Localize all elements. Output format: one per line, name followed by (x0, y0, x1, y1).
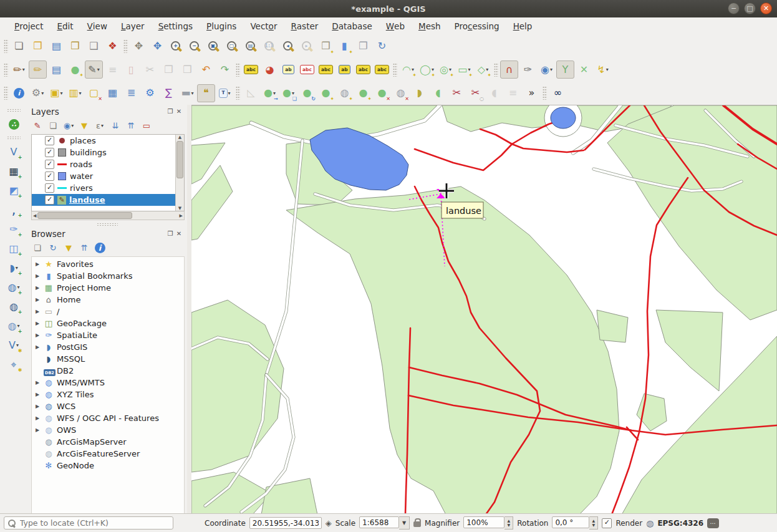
close-button[interactable]: ✕ (760, 2, 772, 14)
browser-item-arcgis-feature-server[interactable]: ◍ArcGisFeatureServer (32, 448, 184, 460)
browser-item-bookmark[interactable]: ▶▮Spatial Bookmarks (32, 270, 184, 282)
browser-item-db2[interactable]: DB2DB2 (32, 365, 184, 377)
maximize-button[interactable]: □ (744, 2, 756, 14)
messages-icon[interactable]: ⋯ (707, 518, 719, 528)
map-canvas[interactable]: landuse (191, 105, 777, 514)
menu-item-mesh[interactable]: Mesh (412, 17, 448, 34)
render-checkbox[interactable]: ✓ (602, 518, 612, 528)
browser-item-star[interactable]: ▶★Favorites (32, 258, 184, 270)
browser-item-spatialite[interactable]: ▶✑SpatiaLite (32, 329, 184, 341)
browser-item-wfs[interactable]: ▶◍WFS / OGC API - Features (32, 412, 184, 424)
filter-legend-button[interactable]: ▼ (77, 119, 91, 133)
menu-item-view[interactable]: View (80, 17, 114, 34)
add-rectangle-button[interactable]: ▭✦▾ (455, 60, 473, 79)
split-features-button[interactable]: ✂ (448, 84, 466, 102)
menu-item-edit[interactable]: Edit (50, 17, 80, 34)
expander-icon[interactable]: ▶ (34, 297, 41, 302)
scrollbar-thumb[interactable] (37, 212, 132, 219)
move-feature-button[interactable]: ●→▾ (261, 84, 279, 102)
expander-icon[interactable]: ▶ (34, 285, 41, 291)
split-parts-button[interactable]: ✂◌ (466, 84, 485, 102)
snap-on-intersection-button[interactable]: ✕ (575, 60, 593, 79)
delete-ring-button[interactable]: ●✕ (373, 84, 391, 102)
zoom-to-layer-button[interactable]: ▤ (242, 37, 260, 56)
browser-item-arcgis-map-server[interactable]: ◍ArcGisMapServer (32, 436, 184, 448)
remove-layer-button[interactable]: ▭ (140, 119, 153, 133)
save-layer-edits-button[interactable]: ▤ (47, 60, 65, 79)
layers-panel-float-icon[interactable]: ❐ (166, 108, 175, 115)
toolbar-overflow-button[interactable]: » (523, 84, 541, 102)
lock-scale-icon[interactable] (413, 521, 421, 527)
menu-item-help[interactable]: Help (506, 17, 539, 34)
layer-checkbox[interactable]: ✓ (45, 172, 54, 181)
layers-horizontal-scrollbar[interactable]: ◀ ▶ (31, 211, 185, 220)
browser-item-home-folder[interactable]: ▶⌂Home (32, 294, 184, 306)
new-gpx-layer-button[interactable]: ⌖✱ (5, 355, 23, 374)
zoom-out-button[interactable]: − (186, 37, 204, 56)
locator-input[interactable] (19, 518, 170, 528)
expander-icon[interactable]: ▶ (34, 380, 41, 385)
simplify-feature-button[interactable]: ●✦ (317, 84, 335, 102)
locator-box[interactable] (4, 516, 173, 530)
layer-checkbox[interactable]: ✓ (45, 136, 54, 145)
browser-panel-float-icon[interactable]: ❐ (166, 230, 175, 237)
move-label-button[interactable]: ab (335, 60, 354, 79)
collapse-all-button[interactable]: ⇈ (124, 119, 138, 133)
zoom-to-selection-button[interactable]: ▢ (223, 37, 241, 56)
expander-icon[interactable]: ▶ (34, 309, 41, 314)
scale-input[interactable] (359, 516, 399, 528)
map-tips-button[interactable]: ❝ (197, 84, 215, 102)
show-layout-manager-button[interactable]: ❑ (85, 37, 103, 56)
menu-item-raster[interactable]: Raster (284, 17, 325, 34)
pan-to-selection-button[interactable]: ✥ (148, 37, 166, 56)
reshape-features-button[interactable]: ◗ (410, 84, 428, 102)
magnifier-spinner[interactable]: ▲▼ (504, 516, 513, 530)
open-project-button[interactable]: ❐ (29, 37, 47, 56)
minimize-button[interactable]: − (728, 2, 740, 14)
expander-icon[interactable]: ▶ (34, 404, 41, 409)
add-delimited-text-layer-button[interactable]: ,+ (5, 201, 23, 219)
browser-item-map-folder[interactable]: ▶▦Project Home (32, 282, 184, 294)
refresh-map-button[interactable]: ↻ (373, 37, 391, 56)
crs-globe-icon[interactable]: ◍ (646, 518, 654, 528)
expander-icon[interactable]: ▶ (34, 261, 41, 267)
add-regular-polygon-button[interactable]: ◇✦▾ (474, 60, 492, 79)
layer-row-water[interactable]: ✓water (32, 170, 176, 182)
scroll-right-icon[interactable]: ▶ (180, 213, 183, 218)
pan-map-button[interactable]: ✥ (130, 37, 148, 56)
add-polygon-feature-button[interactable]: ●✦ (66, 60, 84, 79)
coordinate-extents-toggle-icon[interactable]: ◈ (326, 518, 332, 528)
menu-item-web[interactable]: Web (379, 17, 412, 34)
layer-diagram-options-button[interactable]: ◕ (261, 60, 279, 79)
style-manager-button[interactable]: ❖ (104, 37, 122, 56)
vertex-tool-button[interactable]: ✎▾ (85, 60, 103, 79)
browser-item-postgis[interactable]: ▶◗PostGIS (32, 341, 184, 353)
layer-labeling-options-button[interactable]: abc (242, 60, 260, 79)
add-wfs-layer-button[interactable]: ◍+▾ (5, 317, 23, 335)
layers-vertical-scrollbar[interactable]: ▲ ▼ (175, 135, 184, 211)
metasearch-button[interactable]: ∞ (549, 84, 567, 102)
expander-icon[interactable]: ▶ (34, 321, 41, 326)
copy-move-feature-button[interactable]: ●❏▾ (279, 84, 297, 102)
browser-item-wms[interactable]: ▶◍WMS/WMTS (32, 377, 184, 389)
add-selected-layers-button[interactable]: ❏ (31, 241, 44, 255)
current-edits-button[interactable]: ✏▾ (10, 60, 28, 79)
statistical-summary-button[interactable]: ∑ (160, 84, 178, 102)
add-wms-layer-button[interactable]: ◍+▾ (5, 278, 23, 296)
menu-item-layer[interactable]: Layer (114, 17, 152, 34)
zoom-last-button[interactable]: ◂ (279, 37, 297, 56)
redo-button[interactable]: ↷ (216, 60, 234, 79)
deselect-features-button[interactable]: ▢✕ (85, 84, 103, 102)
menu-item-vector[interactable]: Vector (243, 17, 284, 34)
properties-widget-button[interactable]: i (93, 241, 107, 255)
scroll-left-icon[interactable]: ◀ (33, 213, 36, 218)
add-ellipse-button[interactable]: ◎✦▾ (437, 60, 455, 79)
run-feature-action-button[interactable]: ⚙▾ (29, 84, 47, 102)
browser-item-mssql[interactable]: ◗MSSQL (32, 353, 184, 365)
add-ring-button[interactable]: ◍✦ (335, 84, 354, 102)
pin-labels-button[interactable]: ab (279, 60, 297, 79)
browser-item-wcs[interactable]: ▶◍WCS (32, 400, 184, 412)
open-data-source-manager-button[interactable]: ∴ (5, 115, 23, 133)
new-project-button[interactable]: ❏ (10, 37, 28, 56)
expander-icon[interactable]: ▶ (34, 392, 41, 397)
